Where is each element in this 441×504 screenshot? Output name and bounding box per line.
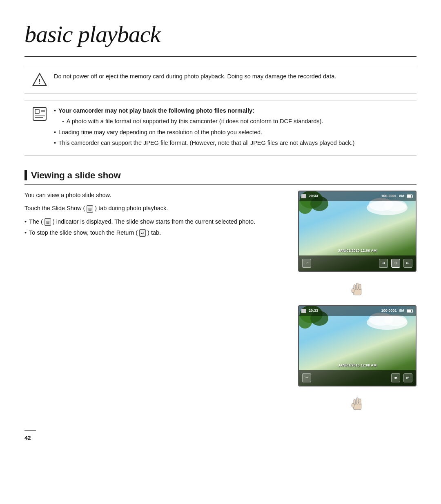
svg-rect-3: [35, 109, 39, 113]
section-slideshow: Viewing a slide show You can view a phot…: [24, 169, 416, 413]
screen-2-battery-icon: [407, 309, 413, 313]
svg-rect-18: [356, 283, 359, 289]
screen-2-controls: ↩ ⏮ ⏭: [299, 370, 416, 386]
svg-rect-35: [352, 403, 354, 407]
screen-1-controls: ↩ ⏮ ⊟ ⏭: [299, 255, 416, 271]
svg-point-27: [384, 315, 407, 326]
svg-rect-19: [359, 284, 361, 290]
section-title: Viewing a slide show: [31, 169, 121, 182]
svg-rect-16: [407, 195, 411, 198]
warning-box: ! Do not power off or eject the memory c…: [24, 66, 416, 93]
note-subitem-1: A photo with a file format not supported…: [62, 117, 354, 126]
screens-area: 20:33 100-0001 8M JAN/01/2010 12:00 AM: [298, 191, 416, 413]
hand-svg-1: [348, 280, 366, 298]
note-content: Your camcorder may not play back the fol…: [54, 106, 354, 149]
screen-2-counter: 100-0001: [381, 308, 396, 314]
screen-1-slideshow-btn: ⊟: [391, 259, 400, 268]
svg-rect-21: [352, 289, 354, 293]
warning-icon: !: [32, 72, 47, 87]
screen-1-top-bar: 20:33 100-0001 8M: [299, 191, 416, 201]
note-icon: [32, 106, 47, 122]
note-box: Your camcorder may not play back the fol…: [24, 100, 416, 155]
screen-2-back-btn: ↩: [302, 373, 311, 382]
screen-2-quality: 8M: [399, 308, 404, 314]
screen-2-date: JAN/01/2010 12:00 AM: [299, 363, 416, 369]
section-bar-decoration: [24, 170, 27, 180]
screen-1-prev-btn: ⏮: [379, 259, 388, 268]
svg-point-13: [384, 200, 407, 211]
screen-1-counter: 100-0001: [381, 193, 396, 199]
svg-text:!: !: [38, 78, 40, 85]
bullet-1: The ( ⊟ ) indicator is displayed. The sl…: [24, 217, 286, 226]
screen-1-quality: 8M: [399, 193, 404, 199]
screen-2-next-btn: ⏭: [403, 373, 412, 382]
note-item-1-bold: Your camcorder may not play back the fol…: [58, 107, 254, 114]
section-body: You can view a photo slide show. Touch t…: [24, 191, 416, 413]
screen-1: 20:33 100-0001 8M JAN/01/2010 12:00 AM: [298, 191, 416, 272]
screen-1-time: 20:33: [309, 193, 318, 199]
warning-text: Do not power off or eject the memory car…: [54, 72, 336, 81]
section-text: You can view a photo slide show. Touch t…: [24, 191, 286, 240]
section-intro: You can view a photo slide show.: [24, 191, 286, 200]
note-item-2: Loading time may vary depending on the r…: [54, 128, 354, 137]
svg-rect-29: [412, 310, 413, 312]
screen-1-content: 20:33 100-0001 8M JAN/01/2010 12:00 AM: [299, 191, 416, 271]
hand-cursor-2: [298, 393, 416, 413]
screen-1-cam-icon: [301, 194, 306, 198]
screen-2-prev-btn: ⏮: [391, 373, 400, 382]
svg-rect-32: [356, 397, 359, 404]
note-item-3: This camcorder can support the JPEG file…: [54, 138, 354, 147]
page-number: 42: [24, 430, 36, 442]
return-inline-icon: ↩: [139, 229, 146, 237]
screen-1-next-btn: ⏭: [403, 259, 412, 268]
screen-2-time: 20:33: [309, 308, 318, 314]
page-title: basic playback: [24, 16, 416, 57]
section-bullets: The ( ⊟ ) indicator is displayed. The sl…: [24, 217, 286, 238]
slideshow-inline-icon: ⊟: [87, 205, 93, 213]
svg-rect-30: [407, 310, 411, 312]
screen-2-content: 20:33 100-0001 8M JAN/01/2010 12:00 AM: [299, 306, 416, 386]
screen-2: 20:33 100-0001 8M JAN/01/2010 12:00 AM: [298, 305, 416, 386]
screen-1-date: JAN/01/2010 12:00 AM: [299, 248, 416, 254]
screen-2-top-bar: 20:33 100-0001 8M: [299, 306, 416, 316]
hand-cursor-1: [298, 278, 416, 299]
screen-2-cam-icon: [301, 309, 306, 313]
hand-svg-2: [348, 395, 366, 413]
svg-rect-15: [412, 195, 413, 197]
svg-rect-33: [359, 399, 361, 404]
section-paragraph: Touch the Slide Show ( ⊟ ) tab during ph…: [24, 204, 286, 213]
indicator-inline-icon: ⊟: [45, 218, 51, 226]
screen-1-battery-icon: [407, 194, 413, 198]
bullet-2: To stop the slide show, touch the Return…: [24, 228, 286, 237]
section-heading: Viewing a slide show: [24, 169, 416, 185]
screen-1-back-btn: ↩: [302, 259, 311, 268]
